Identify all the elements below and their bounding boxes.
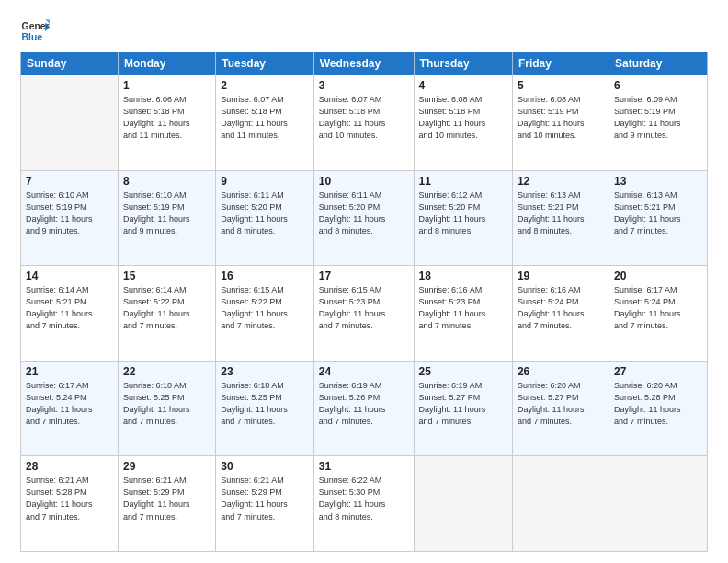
day-info: Sunrise: 6:19 AMSunset: 5:27 PMDaylight:…: [419, 380, 507, 428]
day-info: Sunrise: 6:17 AMSunset: 5:24 PMDaylight:…: [614, 284, 702, 332]
day-number: 5: [518, 79, 604, 92]
day-info: Sunrise: 6:08 AMSunset: 5:18 PMDaylight:…: [419, 94, 507, 142]
calendar-cell: 29Sunrise: 6:21 AMSunset: 5:29 PMDayligh…: [118, 456, 215, 552]
calendar-cell: 6Sunrise: 6:09 AMSunset: 5:19 PMDaylight…: [609, 75, 707, 171]
day-info: Sunrise: 6:21 AMSunset: 5:29 PMDaylight:…: [123, 475, 210, 523]
calendar-cell: 13Sunrise: 6:13 AMSunset: 5:21 PMDayligh…: [609, 170, 707, 266]
calendar-table: SundayMondayTuesdayWednesdayThursdayFrid…: [20, 52, 708, 552]
calendar-cell: 30Sunrise: 6:21 AMSunset: 5:29 PMDayligh…: [216, 456, 314, 552]
calendar-weekday-wednesday: Wednesday: [313, 52, 414, 75]
day-number: 16: [221, 270, 309, 282]
calendar-cell: 11Sunrise: 6:12 AMSunset: 5:20 PMDayligh…: [414, 170, 512, 266]
calendar-cell: 25Sunrise: 6:19 AMSunset: 5:27 PMDayligh…: [414, 361, 512, 456]
day-info: Sunrise: 6:20 AMSunset: 5:27 PMDaylight:…: [518, 380, 604, 428]
logo-icon: General Blue: [20, 17, 50, 46]
day-info: Sunrise: 6:20 AMSunset: 5:28 PMDaylight:…: [614, 380, 702, 428]
calendar-weekday-saturday: Saturday: [609, 52, 707, 75]
day-info: Sunrise: 6:11 AMSunset: 5:20 PMDaylight:…: [319, 190, 409, 237]
day-info: Sunrise: 6:10 AMSunset: 5:19 PMDaylight:…: [123, 190, 210, 237]
day-info: Sunrise: 6:14 AMSunset: 5:22 PMDaylight:…: [123, 284, 210, 332]
day-info: Sunrise: 6:15 AMSunset: 5:23 PMDaylight:…: [319, 284, 409, 332]
day-info: Sunrise: 6:10 AMSunset: 5:19 PMDaylight:…: [26, 190, 113, 237]
day-number: 22: [123, 365, 210, 378]
day-number: 18: [419, 270, 507, 282]
day-number: 11: [419, 175, 507, 188]
day-number: 10: [319, 175, 409, 188]
day-info: Sunrise: 6:09 AMSunset: 5:19 PMDaylight:…: [614, 94, 702, 142]
calendar-cell: 23Sunrise: 6:18 AMSunset: 5:25 PMDayligh…: [216, 361, 314, 456]
day-info: Sunrise: 6:21 AMSunset: 5:29 PMDaylight:…: [221, 475, 309, 523]
calendar-week-row: 1Sunrise: 6:06 AMSunset: 5:18 PMDaylight…: [21, 75, 708, 171]
header: General Blue: [20, 17, 708, 46]
calendar-week-row: 28Sunrise: 6:21 AMSunset: 5:28 PMDayligh…: [21, 456, 708, 552]
day-number: 25: [419, 365, 507, 378]
day-number: 30: [221, 460, 309, 473]
day-number: 15: [123, 270, 210, 282]
calendar-week-row: 14Sunrise: 6:14 AMSunset: 5:21 PMDayligh…: [21, 266, 708, 362]
calendar-cell: 5Sunrise: 6:08 AMSunset: 5:19 PMDaylight…: [512, 75, 609, 171]
calendar-cell: 8Sunrise: 6:10 AMSunset: 5:19 PMDaylight…: [118, 170, 215, 266]
day-info: Sunrise: 6:16 AMSunset: 5:24 PMDaylight:…: [518, 284, 604, 332]
calendar-cell: 3Sunrise: 6:07 AMSunset: 5:18 PMDaylight…: [313, 75, 414, 171]
calendar-cell: [414, 456, 512, 552]
day-number: 27: [614, 365, 702, 378]
day-info: Sunrise: 6:08 AMSunset: 5:19 PMDaylight:…: [518, 94, 604, 142]
calendar-cell: 4Sunrise: 6:08 AMSunset: 5:18 PMDaylight…: [414, 75, 512, 171]
calendar-cell: 12Sunrise: 6:13 AMSunset: 5:21 PMDayligh…: [512, 170, 609, 266]
day-number: 21: [26, 365, 113, 378]
day-number: 2: [221, 79, 309, 92]
calendar-cell: 21Sunrise: 6:17 AMSunset: 5:24 PMDayligh…: [21, 361, 119, 456]
day-number: 6: [614, 79, 702, 92]
calendar-cell: 2Sunrise: 6:07 AMSunset: 5:18 PMDaylight…: [216, 75, 314, 171]
calendar-weekday-monday: Monday: [118, 52, 215, 75]
calendar-cell: [609, 456, 707, 552]
calendar-cell: 15Sunrise: 6:14 AMSunset: 5:22 PMDayligh…: [118, 266, 215, 362]
calendar-header-row: SundayMondayTuesdayWednesdayThursdayFrid…: [21, 52, 708, 75]
day-number: 8: [123, 175, 210, 188]
calendar-cell: [21, 75, 119, 171]
day-number: 29: [123, 460, 210, 473]
day-info: Sunrise: 6:19 AMSunset: 5:26 PMDaylight:…: [319, 380, 409, 428]
calendar-cell: [512, 456, 609, 552]
page: General Blue SundayMondayTuesdayWednesda…: [0, 0, 728, 563]
day-info: Sunrise: 6:07 AMSunset: 5:18 PMDaylight:…: [319, 94, 409, 142]
day-number: 19: [518, 270, 604, 282]
calendar-cell: 19Sunrise: 6:16 AMSunset: 5:24 PMDayligh…: [512, 266, 609, 362]
day-info: Sunrise: 6:21 AMSunset: 5:28 PMDaylight:…: [26, 475, 113, 523]
calendar-cell: 7Sunrise: 6:10 AMSunset: 5:19 PMDaylight…: [21, 170, 119, 266]
day-info: Sunrise: 6:12 AMSunset: 5:20 PMDaylight:…: [419, 190, 507, 237]
day-number: 1: [123, 79, 210, 92]
day-number: 17: [319, 270, 409, 282]
calendar-cell: 9Sunrise: 6:11 AMSunset: 5:20 PMDaylight…: [216, 170, 314, 266]
day-info: Sunrise: 6:13 AMSunset: 5:21 PMDaylight:…: [614, 190, 702, 237]
calendar-cell: 17Sunrise: 6:15 AMSunset: 5:23 PMDayligh…: [313, 266, 414, 362]
day-number: 28: [26, 460, 113, 473]
calendar-cell: 1Sunrise: 6:06 AMSunset: 5:18 PMDaylight…: [118, 75, 215, 171]
day-number: 14: [26, 270, 113, 282]
day-number: 3: [319, 79, 409, 92]
calendar-cell: 31Sunrise: 6:22 AMSunset: 5:30 PMDayligh…: [313, 456, 414, 552]
day-info: Sunrise: 6:18 AMSunset: 5:25 PMDaylight:…: [221, 380, 309, 428]
calendar-cell: 20Sunrise: 6:17 AMSunset: 5:24 PMDayligh…: [609, 266, 707, 362]
day-info: Sunrise: 6:07 AMSunset: 5:18 PMDaylight:…: [221, 94, 309, 142]
calendar-cell: 10Sunrise: 6:11 AMSunset: 5:20 PMDayligh…: [313, 170, 414, 266]
calendar-week-row: 21Sunrise: 6:17 AMSunset: 5:24 PMDayligh…: [21, 361, 708, 456]
day-info: Sunrise: 6:17 AMSunset: 5:24 PMDaylight:…: [26, 380, 113, 428]
calendar-cell: 16Sunrise: 6:15 AMSunset: 5:22 PMDayligh…: [216, 266, 314, 362]
calendar-cell: 24Sunrise: 6:19 AMSunset: 5:26 PMDayligh…: [313, 361, 414, 456]
calendar-cell: 27Sunrise: 6:20 AMSunset: 5:28 PMDayligh…: [609, 361, 707, 456]
day-number: 12: [518, 175, 604, 188]
calendar-cell: 18Sunrise: 6:16 AMSunset: 5:23 PMDayligh…: [414, 266, 512, 362]
calendar-cell: 14Sunrise: 6:14 AMSunset: 5:21 PMDayligh…: [21, 266, 119, 362]
calendar-cell: 28Sunrise: 6:21 AMSunset: 5:28 PMDayligh…: [21, 456, 119, 552]
day-number: 13: [614, 175, 702, 188]
day-number: 24: [319, 365, 409, 378]
day-number: 23: [221, 365, 309, 378]
calendar-week-row: 7Sunrise: 6:10 AMSunset: 5:19 PMDaylight…: [21, 170, 708, 266]
calendar-cell: 26Sunrise: 6:20 AMSunset: 5:27 PMDayligh…: [512, 361, 609, 456]
day-info: Sunrise: 6:13 AMSunset: 5:21 PMDaylight:…: [518, 190, 604, 237]
day-info: Sunrise: 6:15 AMSunset: 5:22 PMDaylight:…: [221, 284, 309, 332]
day-number: 20: [614, 270, 702, 282]
day-number: 4: [419, 79, 507, 92]
day-info: Sunrise: 6:22 AMSunset: 5:30 PMDaylight:…: [319, 475, 409, 523]
